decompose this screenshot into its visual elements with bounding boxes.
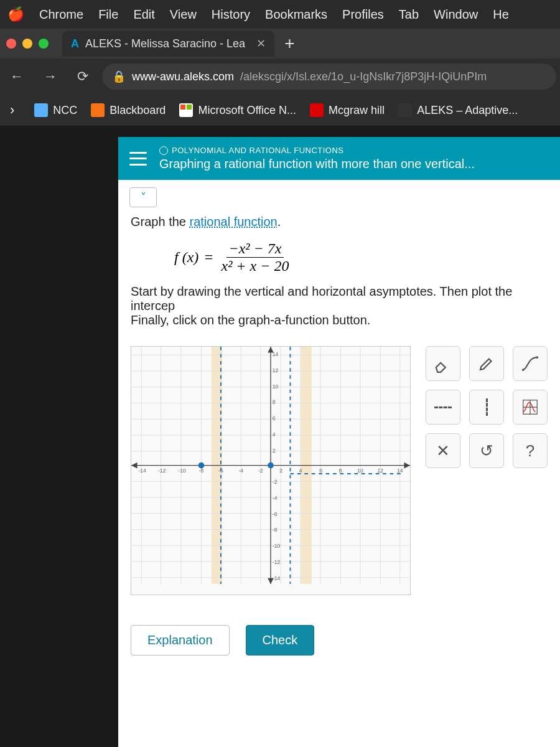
svg-text:-8: -8 [199, 467, 204, 474]
bookmark-label: Mcgraw hill [329, 104, 385, 117]
topic-category: POLYNOMIAL AND RATIONAL FUNCTIONS [159, 146, 475, 155]
apple-icon[interactable]: 🍎 [7, 6, 24, 22]
svg-text:-2: -2 [258, 467, 263, 474]
bookmark-item[interactable]: NCC [34, 103, 77, 117]
menubar-app-name[interactable]: Chrome [39, 7, 83, 22]
svg-text:10: 10 [357, 467, 363, 474]
instructions: Start by drawing the vertical and horizo… [118, 283, 560, 339]
menubar-item[interactable]: Profiles [342, 7, 384, 22]
zoom-window-button[interactable] [39, 39, 49, 49]
eraser-tool[interactable] [426, 346, 460, 381]
svg-text:-6: -6 [273, 511, 278, 517]
svg-text:12: 12 [273, 367, 279, 374]
browser-toolbar: ← → ⟳ 🔒 www-awu.aleks.com /alekscgi/x/Is… [0, 59, 560, 95]
step-dropdown[interactable]: ˅ [129, 187, 157, 207]
svg-text:14: 14 [273, 351, 279, 357]
forward-button[interactable]: → [37, 66, 63, 87]
graph-function-tool[interactable] [513, 390, 548, 425]
check-button[interactable]: Check [246, 625, 315, 655]
graph-toolbox: ✕ ↺ ? [426, 346, 548, 468]
macos-menubar: 🍎 Chrome File Edit View History Bookmark… [0, 0, 560, 29]
menubar-item[interactable]: He [493, 7, 509, 22]
formula-denominator: x² + x − 20 [219, 258, 292, 275]
close-tab-icon[interactable]: ✕ [256, 37, 266, 50]
svg-point-70 [536, 356, 538, 359]
svg-text:2: 2 [279, 467, 282, 474]
progress-circle-icon [159, 146, 168, 155]
svg-text:-14: -14 [273, 575, 281, 581]
svg-text:-10: -10 [178, 467, 186, 474]
browser-tab[interactable]: A ALEKS - Melissa Saracino - Lea ✕ [62, 31, 274, 57]
svg-text:-4: -4 [239, 467, 244, 474]
mouse-cursor-icon: ➤ [193, 712, 207, 731]
svg-marker-35 [131, 463, 138, 469]
menubar-item[interactable]: Window [434, 7, 478, 22]
page-viewport: POLYNOMIAL AND RATIONAL FUNCTIONS Graphi… [118, 137, 560, 747]
glossary-link[interactable]: asymptotes [370, 284, 433, 298]
bookmark-label: NCC [53, 104, 77, 117]
svg-text:6: 6 [319, 467, 322, 474]
minimize-window-button[interactable] [22, 39, 32, 49]
svg-text:-12: -12 [158, 467, 166, 474]
svg-text:-8: -8 [273, 527, 278, 533]
glossary-link[interactable]: rational function [190, 215, 278, 228]
explanation-button[interactable]: Explanation [131, 625, 230, 655]
reset-tool[interactable]: ↺ [469, 433, 504, 468]
svg-text:10: 10 [273, 383, 279, 390]
question-content: ˅ Graph the rational function. f (x) = −… [118, 180, 560, 747]
bookmark-item[interactable]: Blackboard [91, 103, 166, 117]
tab-favicon: A [71, 37, 79, 50]
curve-tool[interactable] [513, 346, 548, 381]
function-formula: f (x) = −x² − 7x x² + x − 20 [118, 229, 560, 283]
bookmark-item[interactable]: ALEKS – Adaptive... [398, 103, 518, 117]
svg-text:4: 4 [299, 467, 302, 474]
pen-tool[interactable] [469, 346, 504, 381]
menubar-item[interactable]: Bookmarks [265, 7, 327, 22]
svg-text:8: 8 [273, 399, 276, 405]
svg-marker-32 [404, 463, 410, 469]
horizontal-asymptote-tool[interactable] [426, 390, 460, 425]
lock-icon: 🔒 [112, 70, 126, 83]
topic-header: POLYNOMIAL AND RATIONAL FUNCTIONS Graphi… [118, 137, 560, 180]
bookmark-item[interactable]: Mcgraw hill [310, 103, 385, 117]
graph-canvas[interactable]: 1412108642 -2-4-6-8-10-12-14 -14-12-10-8… [131, 346, 411, 595]
bookmark-favicon [398, 103, 412, 117]
help-tool[interactable]: ? [513, 433, 548, 468]
bookmarks-bar: › NCC Blackboard Microsoft Office N... M… [0, 95, 560, 126]
svg-text:14: 14 [397, 467, 403, 474]
address-bar[interactable]: 🔒 www-awu.aleks.com /alekscgi/x/Isl.exe/… [102, 63, 556, 90]
formula-numerator: −x² − 7x [226, 240, 284, 258]
svg-text:-12: -12 [273, 559, 281, 565]
menubar-item[interactable]: History [212, 7, 250, 22]
close-window-button[interactable] [6, 39, 16, 49]
new-tab-button[interactable]: + [276, 34, 303, 54]
svg-text:-2: -2 [273, 479, 278, 485]
graph-svg: 1412108642 -2-4-6-8-10-12-14 -14-12-10-8… [131, 347, 410, 584]
topic-title: Graphing a rational function with more t… [159, 157, 475, 171]
svg-text:6: 6 [273, 415, 276, 421]
bookmark-favicon [179, 103, 193, 117]
menubar-item[interactable]: Edit [133, 7, 154, 22]
clear-tool[interactable]: ✕ [426, 433, 460, 468]
bookmark-item[interactable]: Microsoft Office N... [179, 103, 296, 117]
menu-icon[interactable] [129, 152, 147, 166]
menubar-item[interactable]: View [170, 7, 197, 22]
svg-text:-4: -4 [273, 495, 278, 501]
svg-text:12: 12 [378, 467, 384, 474]
bookmark-label: Microsoft Office N... [198, 104, 296, 117]
vertical-asymptote-tool[interactable] [469, 390, 504, 425]
svg-text:2: 2 [273, 448, 276, 454]
svg-point-69 [522, 369, 525, 371]
menubar-item[interactable]: File [98, 7, 118, 22]
menubar-item[interactable]: Tab [399, 7, 419, 22]
question-prompt: Graph the rational function. [118, 215, 560, 229]
chevron-right-icon[interactable]: › [4, 100, 21, 121]
bookmark-favicon [310, 103, 324, 117]
tab-title: ALEKS - Melissa Saracino - Lea [85, 37, 245, 50]
browser-tabstrip: A ALEKS - Melissa Saracino - Lea ✕ + [0, 29, 560, 59]
bookmark-favicon [91, 103, 105, 117]
reload-button[interactable]: ⟳ [71, 66, 95, 87]
bookmark-label: ALEKS – Adaptive... [417, 104, 518, 117]
svg-point-67 [198, 463, 205, 469]
back-button[interactable]: ← [4, 66, 30, 87]
